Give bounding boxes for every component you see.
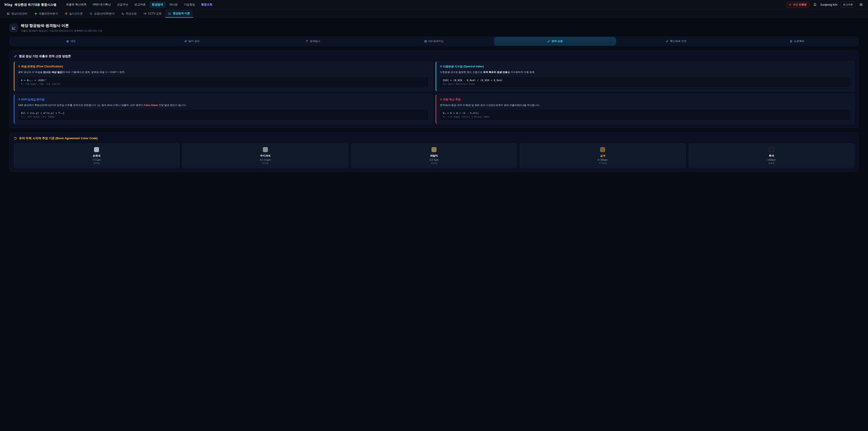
formula-main: OSDI = (B_NIR - B_Red) / (B_NIR + B_Red) <box>443 79 847 82</box>
alert-label: 사고 진행중 <box>793 3 807 6</box>
color-swatch <box>94 147 99 152</box>
satellite-icon <box>121 12 124 15</box>
tab-papers-patents[interactable]: 논문특허 <box>737 37 858 45</box>
tab-label: 면적 산정 <box>552 39 563 43</box>
nav-item-reports[interactable]: 보고자료 <box>132 1 149 8</box>
tab-label: 논문특허 <box>794 39 804 43</box>
method-card-title: ③ SAR 임계값 분리법 <box>18 98 429 101</box>
photo-icon <box>7 12 10 15</box>
menu-button[interactable] <box>858 2 864 7</box>
subnav-item-oil-area-analysis[interactable]: 유출유면적분석 <box>31 9 61 18</box>
method-card-formula: OSDI = (B_NIR - B_Red) / (B_NIR + B_Red)… <box>440 76 850 88</box>
subnav-label: 위성요청 <box>126 12 137 16</box>
subnav-label: CCTV 조회 <box>148 12 162 16</box>
theory-tab-bar: 개요 탐지 장비 원격탐사 ESI 방제지도 면적 산정 <box>9 37 859 46</box>
logo[interactable]: Wing 해양환경 위기대응 통합시스템 <box>4 3 57 7</box>
bonn-card-silver-gray: 은회색 < 0.1μm 광택층 <box>14 144 179 168</box>
method-card-formula: V₀ = A × d / (1 - fₑ(t)) fₑ: 누적 증발분 (Sti… <box>440 110 850 121</box>
method-section-title: 항공 영상 기반 유출유 면적 산정 방법론 <box>19 54 71 58</box>
formula-note: Oil Spill Detection Index <box>443 83 847 85</box>
method-card-spectral-index: ② 다중분광 지수법 (Spectral Index) 다중분광 센서로 촬영한… <box>436 61 854 91</box>
thickness-range: < 0.1μm <box>16 159 177 161</box>
tab-label: 원격탐사 <box>310 39 320 43</box>
hamburger-icon <box>859 3 863 6</box>
top-nav: Wing 해양환경 위기대응 통합시스템 유출유 확산예측 HNS·대기확산 긴… <box>0 0 868 9</box>
notifications-button[interactable] <box>812 2 818 7</box>
nav-item-hns-diffusion[interactable]: HNS·대기확산 <box>90 1 114 8</box>
thickness-name: 갈색 <box>522 154 683 157</box>
method-card-title: ① 픽셀 분류법 (Pixel Classification) <box>18 65 429 68</box>
subnav-label: 영상사진관리 <box>11 12 28 16</box>
area-method-section: 항공 영상 기반 유출유 면적 산정 방법론 ① 픽셀 분류법 (Pixel C… <box>9 51 859 128</box>
alert-pulse-icon <box>789 3 792 6</box>
thickness-name: 무지개색 <box>185 154 345 157</box>
method-card-body: 면적(A)과 평균 유막 두께(d) 및 풍화 경과 시간(t)으로부터 원래 … <box>440 103 850 107</box>
burst-icon <box>34 12 37 15</box>
main-content: 해양 항공탐색·원격탐사 이론 유출유 원격탐지·항공감시 기법·ESI 방제정… <box>0 18 868 183</box>
bonn-card-brown: 갈색 5~200μm 두꺼운층 <box>520 144 685 168</box>
method-card-grid: ① 픽셀 분류법 (Pixel Classification) 광학 영상의 각… <box>14 61 854 124</box>
method-card-volume-inversion: ④ 유량 역산 추정 면적(A)과 평균 유막 두께(d) 및 풍화 경과 시간… <box>436 94 854 124</box>
nav-item-weather-info[interactable]: 기상정보 <box>181 1 198 8</box>
nav-item-board[interactable]: 게시판 <box>166 1 181 8</box>
thickness-range: 0.3~5μm <box>354 159 514 161</box>
tab-label: ESI 방제지도 <box>429 39 444 43</box>
tab-label: 탐지 장비 <box>188 39 199 43</box>
nav-item-aerial-search[interactable]: 항공탐색 <box>149 1 166 8</box>
grid-icon <box>424 40 427 43</box>
formula-main: V₀ = A × d / (1 - fₑ(t)) <box>443 112 847 114</box>
formula-main: A = Nₒᵢₗ × (GSD)² <box>21 79 426 82</box>
subnav-item-image-management[interactable]: 영상사진관리 <box>4 9 31 18</box>
nav-item-spill-forecast[interactable]: 유출유 확산예측 <box>63 1 89 8</box>
method-card-pixel-classification: ① 픽셀 분류법 (Pixel Classification) 광학 영상의 각… <box>14 61 432 91</box>
method-card-body: 다중분광 센서로 촬영한 밴드 조합으로 유막 특유의 분광 반응을 지수화하여… <box>440 70 850 74</box>
logout-button[interactable]: 로그아웃 <box>840 2 856 8</box>
tab-overview[interactable]: 개요 <box>10 37 131 45</box>
subnav-item-realtime-drone[interactable]: 실시간드론 <box>61 9 86 18</box>
app-title: 해양환경 위기대응 통합시스템 <box>14 3 57 7</box>
page-subtitle: 유출유 원격탐지·항공감시 기법·ESI 방제정보지도·등록특허 10-1567… <box>21 29 102 33</box>
tab-diffusion-link[interactable]: 확산예측 연계 <box>616 37 737 45</box>
thickness-name: 메탈릭 <box>354 154 514 157</box>
tab-esi-map[interactable]: ESI 방제지도 <box>373 37 494 45</box>
pencil-icon <box>14 55 17 58</box>
method-card-body: 광학 영상의 각 픽셀을 반사도·색상·질감에 따라 기름/해수로 분류, 분류… <box>18 70 429 74</box>
tab-label: 확산예측 연계 <box>670 39 686 43</box>
color-swatch <box>263 147 268 152</box>
layer-type: 금속층 <box>354 162 514 165</box>
subnav-item-aerial-theory[interactable]: 항공탐색 이론 <box>165 9 193 18</box>
thickness-range: >200μm <box>691 159 852 161</box>
bell-icon <box>813 3 817 6</box>
layer-type: 두꺼운층 <box>522 162 683 165</box>
tab-label: 개요 <box>70 39 76 43</box>
chart-icon <box>168 12 171 15</box>
formula-main: Oil = {(x,y) | σ°(x,y) < Tₜₕ} <box>21 112 426 114</box>
color-swatch <box>600 147 605 152</box>
link-icon <box>666 40 669 43</box>
incident-alert-badge[interactable]: 사고 진행중 <box>786 2 810 8</box>
user-name: Eunjeong Kim <box>820 3 837 6</box>
method-card-formula: A = Nₒᵢₗ × (GSD)² N: 기름 픽셀수, GSD: 지상 표본거… <box>18 76 429 88</box>
thickness-name: 흑색 <box>691 154 852 157</box>
subnav-label: 오염/선박3D분석 <box>94 12 115 16</box>
tab-detection-equipment[interactable]: 탐지 장비 <box>131 37 252 45</box>
subnav-item-satellite-request[interactable]: 위성요청 <box>118 9 140 18</box>
subnav-item-pollution-ship-3d[interactable]: 오염/선박3D분석 <box>86 9 118 18</box>
bonn-color-section: 유막 두께 시각적 추정 기준 (Bonn Agreement Color Co… <box>9 132 859 172</box>
nav-item-emergency-rescue[interactable]: 긴급구난 <box>114 1 131 8</box>
tab-area-estimation[interactable]: 면적 산정 <box>495 37 616 45</box>
formula-note: Tₜₕ: 최적 임계값 (국소 적응형) <box>21 116 426 118</box>
bonn-card-grid: 은회색 < 0.1μm 광택층 무지개색 0.1~0.3μm 박막층 메탈릭 0… <box>14 144 854 168</box>
layer-type: 박막층 <box>185 162 345 165</box>
layer-type: 농축층 <box>691 162 852 165</box>
method-card-body: SAR 영상에서 후방산란계수(σ°)의 임계값 이하를 유막으로 판정합니다.… <box>18 103 429 107</box>
page-icon-box <box>9 24 18 32</box>
nav-item-integrated-search[interactable]: 통합조회 <box>198 1 215 8</box>
subnav-label: 항공탐색 이론 <box>173 11 190 16</box>
page-header: 해양 항공탐색·원격탐사 이론 유출유 원격탐지·항공감시 기법·ESI 방제정… <box>9 23 859 33</box>
tab-remote-sensing[interactable]: 원격탐사 <box>252 37 373 45</box>
subnav-item-cctv[interactable]: CCTV 조회 <box>141 9 165 18</box>
formula-note: N: 기름 픽셀수, GSD: 지상 표본거리 <box>21 83 426 86</box>
thickness-range: 0.1~0.3μm <box>185 159 345 161</box>
palette-icon <box>14 137 17 140</box>
